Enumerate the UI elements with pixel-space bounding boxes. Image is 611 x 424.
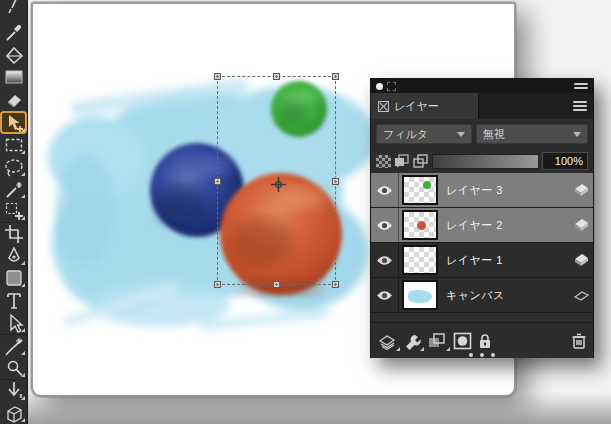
panel-titlebar[interactable]	[371, 79, 593, 93]
filter-dropdown[interactable]: フィルタ	[376, 124, 472, 144]
eyedropper-icon	[3, 22, 25, 44]
crop-icon	[3, 223, 25, 245]
layer-thumbnail[interactable]	[402, 175, 438, 205]
layers-panel: レイヤー フィルタ 無視	[370, 78, 594, 358]
tool-bucket-fill[interactable]	[0, 44, 27, 66]
layer-settings-button[interactable]	[403, 332, 421, 350]
tool-eraser[interactable]	[0, 88, 27, 110]
decoration-brush-icon	[3, 335, 25, 357]
eraser-icon	[3, 88, 25, 110]
thumbnail-orange-dot	[417, 221, 426, 230]
layer-name: レイヤー 1	[446, 253, 567, 268]
gradient-icon	[3, 66, 25, 88]
lock-layer-button[interactable]	[478, 332, 492, 350]
panel-menu-icon[interactable]	[574, 83, 588, 89]
selection-handle[interactable]	[332, 178, 339, 185]
tool-snap[interactable]	[0, 379, 27, 402]
selection-handle[interactable]	[214, 281, 221, 288]
selection-handle[interactable]	[214, 178, 221, 185]
rect-select-icon	[3, 134, 25, 156]
blend-dropdown-value: 無視	[483, 127, 505, 142]
layer-stamp-icon[interactable]	[570, 251, 590, 269]
visibility-toggle[interactable]	[371, 208, 399, 242]
layer-thumbnail[interactable]	[402, 210, 438, 240]
visibility-toggle[interactable]	[371, 173, 399, 207]
selection-handle[interactable]	[332, 73, 339, 80]
tool-selection-pen[interactable]	[0, 357, 27, 379]
layer-group-icon[interactable]	[413, 154, 429, 169]
tool-shape[interactable]	[0, 267, 27, 289]
layer-list-spacer	[371, 313, 593, 323]
panel-dot-icon[interactable]	[376, 83, 383, 90]
wrench-icon	[403, 332, 421, 350]
selection-marquee[interactable]	[217, 76, 336, 285]
tool-move[interactable]	[0, 111, 27, 134]
selection-handle[interactable]	[273, 73, 280, 80]
tool-magic-wand[interactable]	[0, 178, 27, 200]
add-layer-icon	[377, 332, 397, 350]
layer-row[interactable]: レイヤー 2	[371, 208, 593, 243]
lasso-select-icon	[3, 156, 25, 178]
tool-rect-select[interactable]	[0, 134, 27, 156]
tool-perspective-cube[interactable]	[0, 402, 27, 424]
tool-curve-pen[interactable]	[0, 245, 27, 267]
tool-palette	[0, 0, 28, 424]
tool-brush[interactable]	[0, 0, 27, 22]
layer-row[interactable]: レイヤー 3	[371, 173, 593, 208]
ellipsis-icon[interactable]	[469, 353, 495, 357]
bucket-fill-icon	[3, 44, 25, 66]
layer-flat-icon[interactable]	[570, 286, 590, 304]
layer-list: レイヤー 3	[371, 173, 593, 313]
select-add-icon	[3, 200, 25, 222]
lock-icon	[478, 332, 492, 350]
layer-name: レイヤー 2	[446, 218, 567, 233]
layer-stamp-icon[interactable]	[570, 216, 590, 234]
layer-thumbnail[interactable]	[402, 280, 438, 310]
tab-layers[interactable]: レイヤー	[371, 93, 479, 119]
tool-text[interactable]	[0, 289, 27, 311]
filter-dropdown-value: フィルタ	[383, 127, 428, 142]
layer-mask-button[interactable]	[453, 332, 472, 350]
tool-eyedropper[interactable]	[0, 22, 27, 44]
tool-select-add[interactable]	[0, 200, 27, 222]
layer-row[interactable]: レイヤー 1	[371, 243, 593, 278]
transform-center-icon[interactable]	[271, 177, 286, 192]
eye-icon	[376, 185, 393, 196]
layer-stamp-icon[interactable]	[570, 181, 590, 199]
brush-icon	[3, 0, 25, 22]
layers-menu-icon[interactable]	[573, 101, 587, 111]
tool-crop[interactable]	[0, 222, 27, 245]
layer-actions-bar	[371, 323, 593, 358]
opacity-value[interactable]: 100%	[542, 152, 588, 170]
eye-icon	[376, 290, 393, 301]
selection-handle[interactable]	[214, 73, 221, 80]
thumbnail-blue-wash	[408, 290, 432, 303]
add-layer-button[interactable]	[377, 332, 397, 350]
opacity-slider[interactable]	[432, 154, 539, 169]
chevron-down-icon	[573, 132, 581, 137]
app-window: レイヤー フィルタ 無視	[0, 0, 611, 424]
tool-lasso-select[interactable]	[0, 156, 27, 178]
tool-decoration-brush[interactable]	[0, 334, 27, 357]
duplicate-layer-button[interactable]	[427, 332, 447, 350]
pointer-icon	[3, 312, 25, 334]
selection-handle[interactable]	[273, 281, 280, 288]
layer-name: レイヤー 3	[446, 183, 567, 198]
selection-handle[interactable]	[332, 281, 339, 288]
alpha-lock-icon[interactable]	[376, 155, 391, 168]
duplicate-layer-icon	[427, 332, 447, 350]
clipping-icon[interactable]	[394, 154, 410, 169]
visibility-toggle[interactable]	[371, 243, 399, 277]
layer-row[interactable]: キャンバス	[371, 278, 593, 313]
text-tool-icon	[3, 289, 25, 311]
tool-gradient[interactable]	[0, 66, 27, 88]
panel-tabs: レイヤー	[371, 93, 593, 119]
panel-dock-target-icon	[387, 82, 396, 91]
magic-wand-icon	[3, 178, 25, 200]
delete-layer-button[interactable]	[571, 332, 587, 350]
visibility-toggle[interactable]	[371, 278, 399, 312]
blend-mode-dropdown[interactable]: 無視	[476, 124, 588, 144]
cube-icon	[3, 402, 25, 424]
tool-pointer[interactable]	[0, 312, 27, 334]
layer-thumbnail[interactable]	[402, 245, 438, 275]
